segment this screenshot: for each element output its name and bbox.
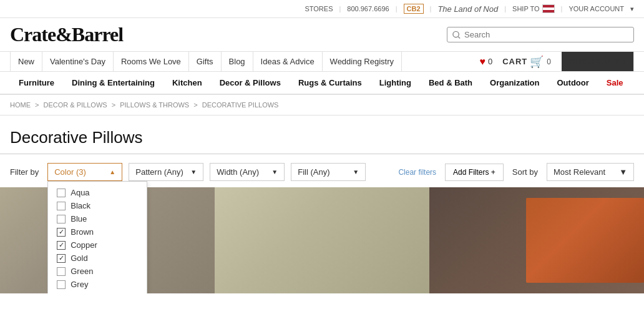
nav-item-blog[interactable]: Blog [222, 52, 253, 71]
sort-value: Most Relevant [554, 167, 605, 177]
category-outdoor[interactable]: Outdoor [549, 72, 598, 94]
search-bar [447, 27, 634, 42]
ship-to-area: SHIP TO [512, 4, 554, 13]
clear-filters-button[interactable]: Clear filters [398, 168, 436, 177]
account-chevron: ▾ [630, 5, 634, 13]
color-blue-checkbox[interactable] [57, 215, 66, 223]
heart-icon: ♥ [479, 56, 485, 67]
cart-area[interactable]: CART 🛒 0 [502, 55, 552, 69]
width-filter-dropdown[interactable]: Width (Any) ▼ [210, 163, 285, 181]
product-card-2[interactable] [215, 187, 429, 293]
divider-3: | [430, 5, 432, 12]
fill-chevron: ▼ [353, 169, 359, 175]
breadcrumb-home[interactable]: HOME [10, 101, 31, 109]
category-bedbath[interactable]: Bed & Bath [420, 72, 481, 94]
search-input[interactable] [464, 30, 628, 39]
breadcrumb-sep-2: > [112, 101, 117, 109]
sort-chevron: ▼ [619, 167, 627, 177]
category-sale[interactable]: Sale [598, 72, 632, 94]
cart-label: CART [502, 57, 527, 66]
flag-icon [542, 4, 555, 13]
fill-filter-dropdown[interactable]: Fill (Any) ▼ [291, 163, 366, 181]
logo[interactable]: Crate&Barrel [10, 23, 123, 46]
color-brown[interactable]: Brown [57, 227, 138, 237]
color-copper[interactable]: Copper [57, 240, 138, 250]
color-green[interactable]: Green [57, 267, 138, 276]
pattern-chevron: ▼ [190, 169, 197, 175]
account-link[interactable]: YOUR ACCOUNT [568, 5, 624, 12]
nav-item-gifts[interactable]: Gifts [189, 52, 222, 71]
width-chevron: ▼ [271, 169, 278, 175]
color-green-checkbox[interactable] [57, 267, 66, 276]
color-aqua[interactable]: Aqua [57, 188, 138, 197]
cart-icon: 🛒 [530, 55, 544, 69]
color-gold-label: Gold [71, 253, 87, 263]
color-blue[interactable]: Blue [57, 214, 138, 223]
color-green-label: Green [71, 267, 93, 276]
category-lighting[interactable]: Lighting [371, 72, 420, 94]
color-brown-checkbox[interactable] [57, 228, 66, 237]
primary-nav: New Valentine's Day Rooms We Love Gifts … [0, 51, 644, 72]
color-copper-checkbox[interactable] [57, 241, 66, 250]
cb2-badge[interactable]: CB2 [404, 4, 424, 14]
header-right [447, 27, 634, 42]
nav-item-rooms[interactable]: Rooms We Love [114, 52, 189, 71]
color-gold[interactable]: Gold [57, 253, 138, 263]
checkout-chevron: › [623, 57, 626, 66]
color-black[interactable]: Black [57, 201, 138, 210]
divider-4: | [504, 5, 506, 12]
filter-right: Clear filters Add Filters + Sort by Most… [398, 163, 634, 181]
color-black-checkbox[interactable] [57, 202, 66, 210]
color-ivory[interactable]: Ivory [57, 293, 138, 293]
primary-nav-right: ♥ 0 CART 🛒 0 CHECKOUT › [479, 52, 634, 71]
category-nav: Furniture Dining & Entertaining Kitchen … [0, 72, 644, 95]
nav-item-wedding[interactable]: Wedding Registry [323, 52, 402, 71]
sort-label: Sort by [512, 167, 538, 177]
nav-item-ideas[interactable]: Ideas & Advice [253, 52, 323, 71]
filter-bar: Filter by Color (3) ▲ Aqua Black Blue Br… [0, 163, 644, 187]
pattern-filter-dropdown[interactable]: Pattern (Any) ▼ [129, 163, 203, 181]
wishlist-count: 0 [488, 57, 492, 66]
category-rugs[interactable]: Rugs & Curtains [290, 72, 371, 94]
color-aqua-checkbox[interactable] [57, 189, 66, 197]
sort-dropdown[interactable]: Most Relevant ▼ [547, 163, 634, 181]
product-image-3 [429, 187, 644, 293]
page-title: Decorative Pillows [0, 115, 644, 154]
color-grey[interactable]: Grey [57, 280, 138, 289]
breadcrumb-decor[interactable]: DECOR & PILLOWS [44, 101, 107, 109]
wishlist-area[interactable]: ♥ 0 [479, 56, 492, 67]
product-image-2 [215, 187, 429, 293]
svg-line-1 [458, 36, 460, 38]
utility-bar: STORES | 800.967.6696 | CB2 | The Land o… [0, 0, 644, 18]
breadcrumb-current[interactable]: DECORATIVE PILLOWS [202, 101, 279, 109]
nav-item-valentines[interactable]: Valentine's Day [42, 52, 114, 71]
color-gold-checkbox[interactable] [57, 254, 66, 263]
product-card-3[interactable] [429, 187, 644, 293]
category-organization[interactable]: Organization [481, 72, 548, 94]
color-grey-checkbox[interactable] [57, 280, 66, 289]
stores-link[interactable]: STORES [305, 5, 333, 12]
category-kitchen[interactable]: Kitchen [163, 72, 211, 94]
checkout-button[interactable]: CHECKOUT › [562, 52, 634, 71]
category-decor[interactable]: Decor & Pillows [211, 72, 290, 94]
tlon-logo[interactable]: The Land of Nod [437, 4, 498, 14]
category-furniture[interactable]: Furniture [10, 72, 63, 94]
divider-5: | [561, 5, 563, 12]
breadcrumb-sep-3: > [193, 101, 199, 109]
phone-link[interactable]: 800.967.6696 [347, 5, 389, 12]
color-ivory-checkbox[interactable] [57, 293, 66, 294]
search-icon [452, 31, 461, 39]
color-grey-label: Grey [71, 280, 88, 289]
color-aqua-label: Aqua [71, 188, 89, 197]
color-brown-label: Brown [71, 227, 94, 237]
color-filter-dropdown[interactable]: Color (3) ▲ [47, 163, 122, 181]
breadcrumb-pillows[interactable]: PILLOWS & THROWS [120, 101, 189, 109]
add-filters-button[interactable]: Add Filters + [445, 164, 504, 181]
header: Crate&Barrel [0, 18, 644, 51]
nav-item-new[interactable]: New [10, 52, 42, 71]
breadcrumb: HOME > DECOR & PILLOWS > PILLOWS & THROW… [0, 95, 644, 115]
category-dining[interactable]: Dining & Entertaining [63, 72, 163, 94]
width-filter-label: Width (Any) [217, 167, 259, 177]
color-filter-panel: Aqua Black Blue Brown Copper Gold [47, 181, 147, 293]
color-chevron-up: ▲ [109, 169, 115, 175]
